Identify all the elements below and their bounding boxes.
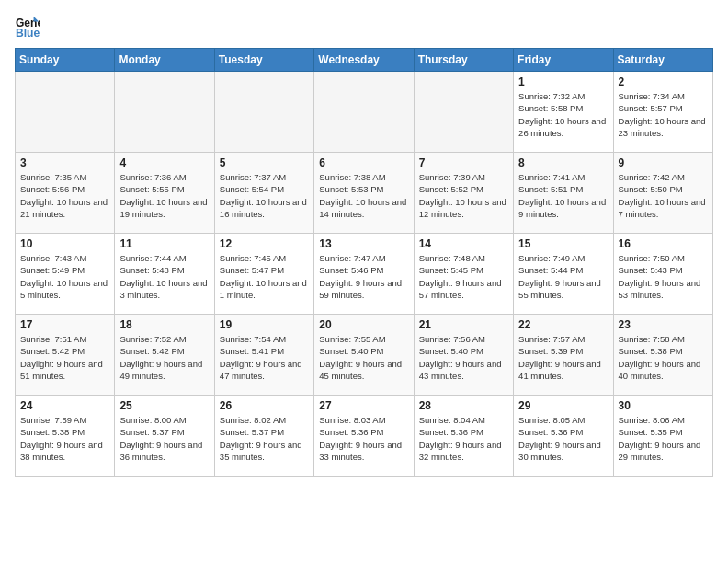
day-info: Sunrise: 7:59 AMSunset: 5:38 PMDaylight:… xyxy=(20,414,109,463)
calendar-day: 12Sunrise: 7:45 AMSunset: 5:47 PMDayligh… xyxy=(214,234,313,315)
day-info: Sunrise: 7:54 AMSunset: 5:41 PMDaylight:… xyxy=(220,333,309,382)
day-info: Sunrise: 7:39 AMSunset: 5:52 PMDaylight:… xyxy=(419,171,508,220)
day-number: 1 xyxy=(518,75,608,88)
day-number: 18 xyxy=(119,318,209,331)
day-info: Sunrise: 7:55 AMSunset: 5:40 PMDaylight:… xyxy=(319,333,408,382)
day-info: Sunrise: 7:38 AMSunset: 5:53 PMDaylight:… xyxy=(319,171,408,220)
calendar-day: 9Sunrise: 7:42 AMSunset: 5:50 PMDaylight… xyxy=(613,153,712,234)
day-info: Sunrise: 7:57 AMSunset: 5:39 PMDaylight:… xyxy=(518,333,608,382)
svg-text:Blue: Blue xyxy=(16,27,40,40)
weekday-header-saturday: Saturday xyxy=(613,49,712,72)
day-info: Sunrise: 7:34 AMSunset: 5:57 PMDaylight:… xyxy=(619,90,708,139)
calendar-day: 27Sunrise: 8:03 AMSunset: 5:36 PMDayligh… xyxy=(314,396,414,477)
calendar-week-1: 1Sunrise: 7:32 AMSunset: 5:58 PMDaylight… xyxy=(16,72,713,153)
day-number: 4 xyxy=(119,156,209,169)
calendar-day: 3Sunrise: 7:35 AMSunset: 5:56 PMDaylight… xyxy=(16,153,115,234)
day-number: 19 xyxy=(220,318,309,331)
weekday-header-thursday: Thursday xyxy=(414,49,513,72)
weekday-header-tuesday: Tuesday xyxy=(214,49,313,72)
day-info: Sunrise: 7:43 AMSunset: 5:49 PMDaylight:… xyxy=(20,252,109,301)
day-number: 30 xyxy=(619,399,708,412)
calendar-day: 24Sunrise: 7:59 AMSunset: 5:38 PMDayligh… xyxy=(16,396,115,477)
calendar-day: 8Sunrise: 7:41 AMSunset: 5:51 PMDaylight… xyxy=(514,153,613,234)
calendar-day: 17Sunrise: 7:51 AMSunset: 5:42 PMDayligh… xyxy=(16,315,115,396)
calendar-day xyxy=(115,72,214,153)
day-number: 3 xyxy=(20,156,109,169)
day-number: 10 xyxy=(20,237,109,250)
day-number: 5 xyxy=(220,156,309,169)
calendar-day: 15Sunrise: 7:49 AMSunset: 5:44 PMDayligh… xyxy=(514,234,613,315)
calendar-week-4: 17Sunrise: 7:51 AMSunset: 5:42 PMDayligh… xyxy=(16,315,713,396)
day-number: 22 xyxy=(518,318,608,331)
day-info: Sunrise: 8:05 AMSunset: 5:36 PMDaylight:… xyxy=(518,414,608,463)
calendar-day: 5Sunrise: 7:37 AMSunset: 5:54 PMDaylight… xyxy=(214,153,313,234)
calendar-day: 14Sunrise: 7:48 AMSunset: 5:45 PMDayligh… xyxy=(414,234,513,315)
day-number: 6 xyxy=(319,156,408,169)
calendar-day: 2Sunrise: 7:34 AMSunset: 5:57 PMDaylight… xyxy=(613,72,712,153)
weekday-header-monday: Monday xyxy=(115,49,214,72)
calendar-header-row: SundayMondayTuesdayWednesdayThursdayFrid… xyxy=(16,49,713,72)
calendar-day: 11Sunrise: 7:44 AMSunset: 5:48 PMDayligh… xyxy=(115,234,214,315)
weekday-header-wednesday: Wednesday xyxy=(314,49,414,72)
day-number: 20 xyxy=(319,318,408,331)
day-info: Sunrise: 7:47 AMSunset: 5:46 PMDaylight:… xyxy=(319,252,408,301)
day-number: 29 xyxy=(518,399,608,412)
day-info: Sunrise: 8:02 AMSunset: 5:37 PMDaylight:… xyxy=(220,414,309,463)
calendar-day: 25Sunrise: 8:00 AMSunset: 5:37 PMDayligh… xyxy=(115,396,214,477)
calendar-day: 13Sunrise: 7:47 AMSunset: 5:46 PMDayligh… xyxy=(314,234,414,315)
calendar-day xyxy=(414,72,513,153)
calendar-day: 28Sunrise: 8:04 AMSunset: 5:36 PMDayligh… xyxy=(414,396,513,477)
calendar-day: 19Sunrise: 7:54 AMSunset: 5:41 PMDayligh… xyxy=(214,315,313,396)
calendar-day: 1Sunrise: 7:32 AMSunset: 5:58 PMDaylight… xyxy=(514,72,613,153)
day-number: 9 xyxy=(619,156,708,169)
day-number: 28 xyxy=(419,399,508,412)
day-number: 21 xyxy=(419,318,508,331)
calendar-day: 23Sunrise: 7:58 AMSunset: 5:38 PMDayligh… xyxy=(613,315,712,396)
calendar-day xyxy=(214,72,313,153)
day-info: Sunrise: 7:58 AMSunset: 5:38 PMDaylight:… xyxy=(619,333,708,382)
calendar-day: 16Sunrise: 7:50 AMSunset: 5:43 PMDayligh… xyxy=(613,234,712,315)
day-number: 8 xyxy=(518,156,608,169)
day-info: Sunrise: 7:37 AMSunset: 5:54 PMDaylight:… xyxy=(220,171,309,220)
day-info: Sunrise: 7:41 AMSunset: 5:51 PMDaylight:… xyxy=(518,171,608,220)
day-number: 12 xyxy=(220,237,309,250)
day-info: Sunrise: 7:36 AMSunset: 5:55 PMDaylight:… xyxy=(119,171,209,220)
weekday-header-sunday: Sunday xyxy=(16,49,115,72)
day-number: 24 xyxy=(20,399,109,412)
day-info: Sunrise: 8:03 AMSunset: 5:36 PMDaylight:… xyxy=(319,414,408,463)
day-info: Sunrise: 7:44 AMSunset: 5:48 PMDaylight:… xyxy=(119,252,209,301)
logo-icon: General Blue xyxy=(15,15,40,40)
day-info: Sunrise: 7:50 AMSunset: 5:43 PMDaylight:… xyxy=(619,252,708,301)
calendar-day: 30Sunrise: 8:06 AMSunset: 5:35 PMDayligh… xyxy=(613,396,712,477)
day-info: Sunrise: 7:49 AMSunset: 5:44 PMDaylight:… xyxy=(518,252,608,301)
day-info: Sunrise: 7:32 AMSunset: 5:58 PMDaylight:… xyxy=(518,90,608,139)
day-number: 26 xyxy=(220,399,309,412)
day-number: 7 xyxy=(419,156,508,169)
calendar-week-2: 3Sunrise: 7:35 AMSunset: 5:56 PMDaylight… xyxy=(16,153,713,234)
calendar-day xyxy=(314,72,414,153)
day-number: 23 xyxy=(619,318,708,331)
logo: General Blue xyxy=(15,15,44,40)
calendar-table: SundayMondayTuesdayWednesdayThursdayFrid… xyxy=(15,48,713,477)
day-info: Sunrise: 8:04 AMSunset: 5:36 PMDaylight:… xyxy=(419,414,508,463)
day-info: Sunrise: 7:42 AMSunset: 5:50 PMDaylight:… xyxy=(619,171,708,220)
day-number: 25 xyxy=(119,399,209,412)
calendar-day: 20Sunrise: 7:55 AMSunset: 5:40 PMDayligh… xyxy=(314,315,414,396)
day-info: Sunrise: 7:45 AMSunset: 5:47 PMDaylight:… xyxy=(220,252,309,301)
calendar-day: 21Sunrise: 7:56 AMSunset: 5:40 PMDayligh… xyxy=(414,315,513,396)
day-number: 17 xyxy=(20,318,109,331)
calendar-week-5: 24Sunrise: 7:59 AMSunset: 5:38 PMDayligh… xyxy=(16,396,713,477)
weekday-header-friday: Friday xyxy=(514,49,613,72)
day-info: Sunrise: 7:52 AMSunset: 5:42 PMDaylight:… xyxy=(119,333,209,382)
day-info: Sunrise: 7:35 AMSunset: 5:56 PMDaylight:… xyxy=(20,171,109,220)
calendar-day xyxy=(16,72,115,153)
day-number: 2 xyxy=(619,75,708,88)
day-number: 16 xyxy=(619,237,708,250)
day-number: 15 xyxy=(518,237,608,250)
calendar-day: 22Sunrise: 7:57 AMSunset: 5:39 PMDayligh… xyxy=(514,315,613,396)
day-info: Sunrise: 8:00 AMSunset: 5:37 PMDaylight:… xyxy=(119,414,209,463)
day-number: 27 xyxy=(319,399,408,412)
day-number: 13 xyxy=(319,237,408,250)
calendar-day: 29Sunrise: 8:05 AMSunset: 5:36 PMDayligh… xyxy=(514,396,613,477)
calendar-day: 10Sunrise: 7:43 AMSunset: 5:49 PMDayligh… xyxy=(16,234,115,315)
